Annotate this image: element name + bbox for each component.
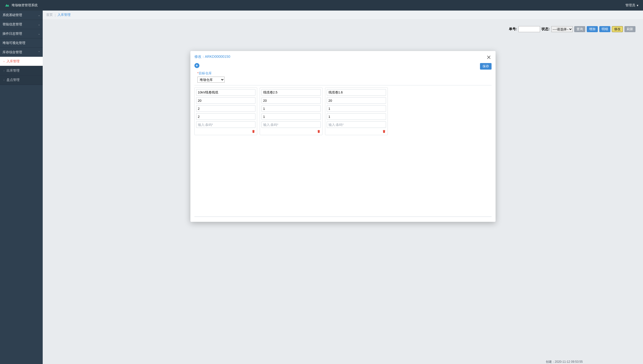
- app-title: 堆场物资管理系统: [12, 3, 38, 8]
- sidebar-section-system[interactable]: 系统基础管理 ⌄: [0, 11, 43, 20]
- sidebar-item-label: 入库管理: [7, 59, 20, 64]
- chevron-up-icon: ⌃: [38, 51, 40, 54]
- item-name-input[interactable]: [196, 89, 255, 96]
- item-qty3-input[interactable]: [261, 113, 321, 120]
- sidebar-subitems: › 入库管理 › 出库管理 › 盘点管理: [0, 57, 43, 85]
- target-block: *目标仓库 堆场仓库: [197, 71, 492, 83]
- modal-header: 修改：ARKD00000150: [194, 55, 492, 60]
- refresh-button[interactable]: 刷新: [624, 26, 635, 32]
- modal-title: 修改：ARKD00000150: [194, 55, 230, 59]
- order-input[interactable]: [518, 26, 540, 32]
- detail-button[interactable]: 明细: [599, 26, 610, 32]
- sidebar: 系统基础管理 ⌄ 登陆信息管理 ⌄ 操作日志管理 ⌄ 堆场可视化管理 库存综合管…: [0, 11, 43, 364]
- page-content: 单号: 状态: ----请选择---- 查询 增加 明细 修改 刷新 修改：AR…: [43, 19, 643, 364]
- sidebar-section-label: 堆场可视化管理: [3, 41, 25, 45]
- sidebar-item-inbound[interactable]: › 入库管理: [0, 57, 43, 66]
- target-warehouse-select[interactable]: 堆场仓库: [197, 77, 225, 83]
- item-barcode-input[interactable]: [261, 121, 321, 128]
- close-icon: [487, 56, 491, 59]
- item-qty3-input[interactable]: [327, 113, 386, 120]
- table-bottom-line: [194, 217, 492, 217]
- sidebar-item-label: 出库管理: [7, 68, 20, 73]
- sidebar-section-stock[interactable]: 库存综合管理 ⌃: [0, 48, 43, 57]
- sidebar-section-label: 登陆信息管理: [3, 22, 22, 27]
- partial-created-text: 创建：2020-11-12 09:53:55: [546, 360, 583, 364]
- item-cards: [194, 87, 492, 135]
- sidebar-section-visual[interactable]: 堆场可视化管理: [0, 38, 43, 47]
- sidebar-item-outbound[interactable]: › 出库管理: [0, 66, 43, 75]
- breadcrumb-current[interactable]: 入库管理: [58, 13, 71, 17]
- topbar: 堆场物资管理系统 管理员 ▾: [0, 0, 643, 11]
- chevron-right-icon: ›: [4, 78, 5, 81]
- chevron-down-icon: ⌄: [38, 32, 40, 35]
- trash-icon[interactable]: [317, 129, 321, 133]
- user-menu[interactable]: 管理员 ▾: [625, 3, 638, 8]
- status-label: 状态:: [542, 27, 550, 31]
- divider: [194, 85, 492, 85]
- filter-row: 单号: 状态: ----请选择---- 查询 增加 明细 修改 刷新: [47, 26, 638, 32]
- status-select[interactable]: ----请选择----: [551, 26, 573, 32]
- item-qty3-input[interactable]: [196, 113, 255, 120]
- item-card: [325, 87, 388, 135]
- trash-icon[interactable]: [251, 129, 255, 133]
- sidebar-section-label: 库存综合管理: [3, 50, 22, 55]
- item-qty1-input[interactable]: [261, 97, 321, 104]
- item-card: [194, 87, 257, 135]
- sidebar-section-logs[interactable]: 操作日志管理 ⌄: [0, 29, 43, 38]
- chevron-down-icon: ⌄: [38, 14, 40, 17]
- item-qty2-input[interactable]: [196, 105, 255, 112]
- target-warehouse-label: *目标仓库: [197, 71, 492, 76]
- add-row-button[interactable]: +: [194, 63, 199, 68]
- chevron-down-icon: ⌄: [38, 23, 40, 26]
- item-barcode-input[interactable]: [327, 121, 386, 128]
- item-qty2-input[interactable]: [327, 105, 386, 112]
- edit-button[interactable]: 修改: [612, 26, 623, 32]
- close-button[interactable]: [486, 55, 492, 60]
- trash-icon[interactable]: [382, 129, 386, 133]
- chevron-right-icon: ›: [4, 60, 5, 63]
- item-qty1-input[interactable]: [196, 97, 255, 104]
- edit-modal: 修改：ARKD00000150 + 保存 *目标仓库: [190, 51, 496, 222]
- caret-down-icon: ▾: [637, 4, 638, 7]
- breadcrumb-home[interactable]: 首页: [46, 13, 53, 17]
- item-barcode-input[interactable]: [196, 121, 255, 128]
- app-logo-icon: [5, 3, 10, 8]
- breadcrumb-sep: |: [55, 13, 56, 17]
- add-button[interactable]: 增加: [587, 26, 598, 32]
- plus-icon: +: [196, 63, 198, 68]
- sidebar-section-label: 操作日志管理: [3, 31, 22, 36]
- main: 首页 | 入库管理 单号: 状态: ----请选择---- 查询 增加 明细 修…: [43, 11, 643, 364]
- order-label: 单号:: [509, 27, 517, 31]
- user-label: 管理员: [625, 3, 635, 8]
- sidebar-section-login[interactable]: 登陆信息管理 ⌄: [0, 20, 43, 29]
- item-qty1-input[interactable]: [327, 97, 386, 104]
- chevron-right-icon: ›: [4, 69, 5, 72]
- modal-topline: + 保存: [194, 63, 492, 70]
- query-button[interactable]: 查询: [574, 26, 585, 32]
- modal-overlay: 修改：ARKD00000150 + 保存 *目标仓库: [43, 36, 643, 364]
- item-qty2-input[interactable]: [261, 105, 321, 112]
- breadcrumb: 首页 | 入库管理: [43, 11, 643, 19]
- sidebar-section-label: 系统基础管理: [3, 13, 22, 17]
- sidebar-item-label: 盘点管理: [7, 78, 20, 82]
- sidebar-item-inventory[interactable]: › 盘点管理: [0, 75, 43, 85]
- item-name-input[interactable]: [327, 89, 386, 96]
- topbar-left: 堆场物资管理系统: [5, 3, 38, 8]
- item-card: [260, 87, 323, 135]
- item-name-input[interactable]: [261, 89, 321, 96]
- save-button[interactable]: 保存: [480, 63, 492, 70]
